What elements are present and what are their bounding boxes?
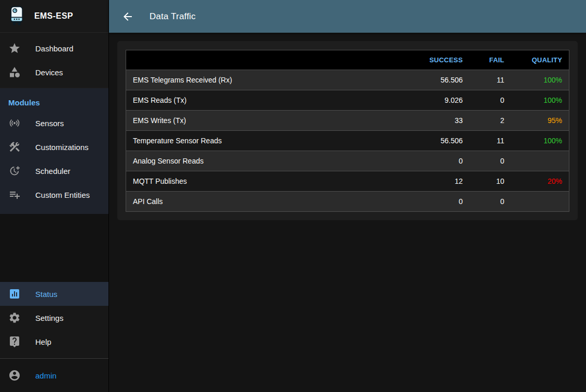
- sidebar-spacer: [0, 214, 108, 282]
- cell-fail: 11: [470, 131, 511, 151]
- cell-success: 56.506: [418, 131, 470, 151]
- data-traffic-panel: SUCCESS FAIL QUALITY EMS Telegrams Recei…: [117, 41, 578, 220]
- playlist-add-icon: [8, 188, 21, 201]
- sidebar-item-sensors[interactable]: Sensors: [0, 111, 108, 135]
- table-row: EMS Reads (Tx)9.0260100%: [126, 90, 569, 111]
- cell-fail: 0: [470, 90, 511, 111]
- table-row: Analog Sensor Reads00: [126, 151, 569, 171]
- sidebar-item-label: Sensors: [35, 119, 64, 128]
- table-row: Temperature Sensor Reads56.50611100%: [126, 131, 569, 151]
- cell-success: 33: [418, 111, 470, 131]
- appbar: Data Traffic: [109, 0, 586, 33]
- page-title: Data Traffic: [149, 11, 196, 22]
- help-bubble-icon: [8, 335, 21, 348]
- column-header-fail: FAIL: [470, 50, 511, 70]
- main-area: Data Traffic SUCCESS FAIL QUALITY EMS Te…: [109, 0, 586, 392]
- sidebar-item-custom-entities[interactable]: Custom Entities: [0, 183, 108, 207]
- nav-group-primary: DashboardDevices: [0, 33, 108, 88]
- cell-fail: 2: [470, 111, 511, 131]
- modules-section-header: Modules: [0, 92, 108, 111]
- account-circle-icon: [8, 369, 21, 382]
- tools-icon: [8, 141, 21, 153]
- cell-fail: 0: [470, 151, 511, 171]
- cell-metric-name: Temperature Sensor Reads: [126, 131, 418, 151]
- bar-chart-icon: [8, 288, 21, 300]
- user-menu[interactable]: admin: [0, 358, 108, 392]
- cell-quality: [511, 192, 569, 212]
- table-row: EMS Writes (Tx)33295%: [126, 111, 569, 131]
- cell-quality: 20%: [511, 171, 569, 192]
- back-button[interactable]: [121, 10, 134, 23]
- sidebar-item-customizations[interactable]: Customizations: [0, 135, 108, 159]
- cell-metric-name: API Calls: [126, 192, 418, 212]
- cell-metric-name: EMS Writes (Tx): [126, 111, 418, 131]
- table-header-row: SUCCESS FAIL QUALITY: [126, 50, 569, 70]
- cell-quality: 95%: [511, 111, 569, 131]
- user-name: admin: [35, 371, 57, 380]
- sidebar-item-label: Status: [35, 290, 58, 299]
- cell-quality: 100%: [511, 70, 569, 90]
- cell-quality: [511, 151, 569, 171]
- sidebar-item-label: Scheduler: [35, 167, 71, 175]
- devices-shapes-icon: [8, 66, 21, 78]
- nav-group-modules: Modules SensorsCustomizationsSchedulerCu…: [0, 88, 108, 214]
- table-row: EMS Telegrams Received (Rx)56.50611100%: [126, 70, 569, 90]
- brand-title: EMS-ESP: [34, 11, 73, 21]
- data-traffic-table: SUCCESS FAIL QUALITY EMS Telegrams Recei…: [126, 50, 569, 212]
- clock-plus-icon: [8, 165, 21, 177]
- sidebar-item-settings[interactable]: Settings: [0, 306, 108, 330]
- column-header-success: SUCCESS: [418, 50, 470, 70]
- cell-success: 0: [418, 192, 470, 212]
- cell-metric-name: Analog Sensor Reads: [126, 151, 418, 171]
- cell-metric-name: EMS Telegrams Received (Rx): [126, 70, 418, 90]
- cell-quality: 100%: [511, 131, 569, 151]
- cell-success: 12: [418, 171, 470, 192]
- sidebar-item-help[interactable]: Help: [0, 330, 108, 354]
- sidebar-item-devices[interactable]: Devices: [0, 60, 108, 84]
- column-header-quality: QUALITY: [511, 50, 569, 70]
- table-row: API Calls00: [126, 192, 569, 212]
- table-row: MQTT Publishes121020%: [126, 171, 569, 192]
- sidebar-item-status[interactable]: Status: [0, 282, 108, 306]
- brand-header: EMS-ESP: [0, 0, 108, 33]
- cell-success: 0: [418, 151, 470, 171]
- sidebar-item-label: Dashboard: [35, 44, 73, 53]
- boiler-logo-icon: [7, 4, 27, 28]
- cell-success: 9.026: [418, 90, 470, 111]
- cell-metric-name: MQTT Publishes: [126, 171, 418, 192]
- sensors-icon: [8, 117, 21, 129]
- cell-quality: 100%: [511, 90, 569, 111]
- sidebar-item-label: Help: [35, 337, 51, 346]
- cell-success: 56.506: [418, 70, 470, 90]
- content: SUCCESS FAIL QUALITY EMS Telegrams Recei…: [109, 33, 586, 228]
- table-body: EMS Telegrams Received (Rx)56.50611100%E…: [126, 70, 569, 212]
- sidebar-item-dashboard[interactable]: Dashboard: [0, 36, 108, 60]
- sidebar-item-scheduler[interactable]: Scheduler: [0, 159, 108, 183]
- sidebar-item-label: Custom Entities: [35, 191, 90, 199]
- star-icon: [8, 42, 21, 55]
- nav-group-bottom: StatusSettingsHelp: [0, 282, 108, 358]
- sidebar-item-label: Customizations: [35, 143, 89, 152]
- cell-metric-name: EMS Reads (Tx): [126, 90, 418, 111]
- sidebar-item-label: Settings: [35, 314, 63, 322]
- column-header-name: [126, 50, 418, 70]
- cell-fail: 11: [470, 70, 511, 90]
- sidebar: EMS-ESP DashboardDevices Modules Sensors…: [0, 0, 109, 392]
- arrow-back-icon: [121, 10, 134, 23]
- sidebar-item-label: Devices: [35, 68, 63, 77]
- cell-fail: 0: [470, 192, 511, 212]
- gear-icon: [8, 312, 21, 324]
- cell-fail: 10: [470, 171, 511, 192]
